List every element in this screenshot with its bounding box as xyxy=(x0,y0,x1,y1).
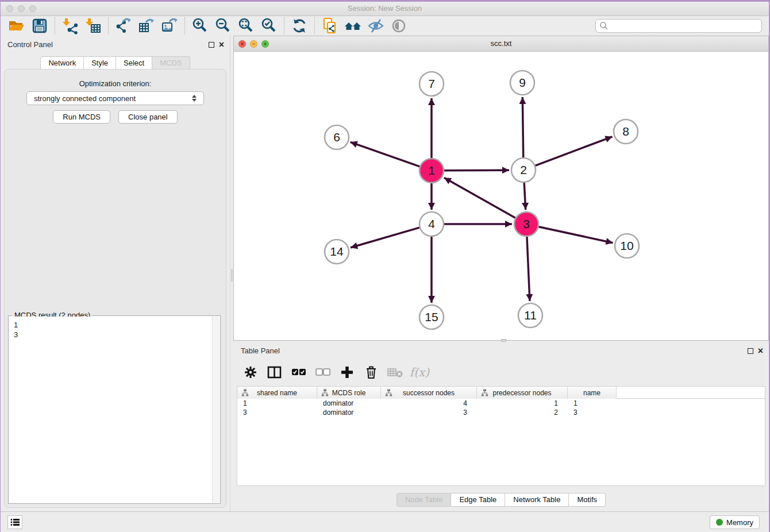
result-scrollbar[interactable] xyxy=(212,317,220,503)
zoom-in-button[interactable] xyxy=(188,17,211,35)
column-header-name[interactable]: name xyxy=(568,387,617,399)
delete-column-button[interactable] xyxy=(363,364,379,380)
checked-boxes-icon xyxy=(291,368,306,376)
memory-button[interactable]: Memory xyxy=(710,515,760,529)
close-panel-icon[interactable]: × xyxy=(219,42,224,48)
network-canvas[interactable]: 7968124314101511 xyxy=(234,52,768,340)
tab-style[interactable]: Style xyxy=(84,56,116,70)
control-panel-title: Control Panel xyxy=(7,40,53,49)
select-all-columns-button[interactable] xyxy=(291,364,307,380)
graph-node-label: 1 xyxy=(428,164,435,177)
table-cell[interactable]: 1 xyxy=(477,399,568,408)
table-panel-tabs: Node TableEdge TableNetwork TableMotifs xyxy=(233,493,769,507)
table-settings-button[interactable] xyxy=(242,364,259,380)
zoom-fit-icon xyxy=(237,17,255,34)
optimization-criterion-value: strongly connected component xyxy=(34,94,136,103)
graph-edge-1-6[interactable] xyxy=(351,142,421,167)
tab-network-table[interactable]: Network Table xyxy=(505,493,569,507)
export-table-button[interactable] xyxy=(135,17,158,35)
show-column-panel-button[interactable] xyxy=(267,364,283,380)
graph-edge-2-8[interactable] xyxy=(535,137,613,166)
eye-lens-icon xyxy=(390,17,407,34)
hide-graphics-button[interactable] xyxy=(364,17,387,35)
graph-node-label: 11 xyxy=(524,309,537,322)
create-column-button[interactable] xyxy=(339,364,355,380)
close-panel-button[interactable]: Close panel xyxy=(118,110,178,124)
graph-edge-3-11[interactable] xyxy=(527,236,530,301)
status-bar: Memory xyxy=(1,511,769,532)
table-row[interactable]: 3dominator323 xyxy=(237,408,765,417)
zoom-in-icon xyxy=(191,17,209,34)
tab-node-table[interactable]: Node Table xyxy=(396,493,452,507)
table-cell[interactable]: 3 xyxy=(381,408,477,417)
table-row[interactable]: 1dominator411 xyxy=(237,399,765,408)
table-header-row: shared nameMCDS rolesuccessor nodesprede… xyxy=(237,387,765,399)
graph-edge-2-3[interactable] xyxy=(524,182,526,210)
duplicate-network-button[interactable] xyxy=(318,17,341,35)
duplicate-network-icon xyxy=(321,17,338,34)
table-cell[interactable]: 3 xyxy=(568,408,617,417)
network-window-title: scc.txt xyxy=(234,39,768,48)
tab-mcds[interactable]: MCDS xyxy=(152,56,190,70)
column-header-label: name xyxy=(583,389,600,397)
column-tree-icon xyxy=(481,389,488,396)
toolbar-separator xyxy=(184,17,185,34)
graph-edge-1-2[interactable] xyxy=(444,170,509,171)
control-panel: Control Panel × NetworkStyleSelectMCDS O… xyxy=(1,34,230,511)
search-box[interactable] xyxy=(595,19,762,33)
zoom-selected-button[interactable] xyxy=(257,17,280,35)
float-table-panel-icon[interactable] xyxy=(748,348,753,354)
column-header-label: shared name xyxy=(257,389,297,397)
optimization-criterion-select[interactable]: strongly connected component xyxy=(26,91,204,105)
show-all-networks-button[interactable] xyxy=(341,17,364,35)
search-input[interactable] xyxy=(609,22,758,30)
task-history-button[interactable] xyxy=(7,515,22,529)
column-header-successor-nodes[interactable]: successor nodes xyxy=(381,387,477,399)
import-network-button[interactable] xyxy=(59,17,82,35)
column-header-MCDS-role[interactable]: MCDS role xyxy=(317,387,381,399)
column-header-predecessor-nodes[interactable]: predecessor nodes xyxy=(477,387,568,399)
zoom-out-button[interactable] xyxy=(211,17,234,35)
graph-node-label: 6 xyxy=(333,130,340,144)
graph-edge-3-10[interactable] xyxy=(538,226,613,242)
open-session-button[interactable] xyxy=(5,17,28,35)
tab-select[interactable]: Select xyxy=(116,56,152,70)
close-table-panel-icon[interactable]: × xyxy=(758,348,763,354)
unselect-all-columns-button[interactable] xyxy=(315,364,331,380)
graph-edge-4-14[interactable] xyxy=(351,228,420,248)
graph-node-label: 8 xyxy=(622,125,629,138)
export-network-button[interactable] xyxy=(112,17,135,35)
table-cell[interactable]: dominator xyxy=(317,408,381,417)
import-table-button[interactable] xyxy=(82,17,105,35)
export-image-button[interactable] xyxy=(158,17,181,35)
table-cell[interactable]: 1 xyxy=(568,399,617,408)
float-panel-icon[interactable] xyxy=(209,42,214,48)
show-graphics-button[interactable] xyxy=(387,17,410,35)
mcds-result-value: 1 xyxy=(14,320,215,330)
fx-icon: f(x) xyxy=(410,365,429,379)
table-cell[interactable]: 2 xyxy=(477,408,568,417)
run-mcds-button[interactable]: Run MCDS xyxy=(53,110,110,124)
main-toolbar xyxy=(1,16,769,36)
save-floppy-icon xyxy=(31,17,48,34)
function-builder-button-disabled: f(x) xyxy=(411,364,428,380)
zoom-fit-button[interactable] xyxy=(234,17,257,35)
mcds-result-list: 13 xyxy=(9,317,220,503)
table-cell[interactable]: 3 xyxy=(237,408,317,417)
toolbar-separator xyxy=(55,17,55,34)
title-bar: Session: New Session xyxy=(1,2,769,16)
tab-motifs[interactable]: Motifs xyxy=(569,493,606,507)
apply-layout-button[interactable] xyxy=(288,17,311,35)
column-header-shared-name[interactable]: shared name xyxy=(237,387,317,399)
toolbar-separator xyxy=(314,17,315,34)
export-table-icon xyxy=(138,17,155,34)
tab-edge-table[interactable]: Edge Table xyxy=(451,493,505,507)
graph-edge-2-9[interactable] xyxy=(522,97,523,158)
splitter-grip xyxy=(501,339,506,342)
tab-network[interactable]: Network xyxy=(40,56,84,70)
save-session-button[interactable] xyxy=(28,17,51,35)
table-cell[interactable]: dominator xyxy=(317,399,381,408)
table-cell[interactable]: 1 xyxy=(237,399,317,408)
table-cell[interactable]: 4 xyxy=(381,399,477,408)
graph-edge-3-1[interactable] xyxy=(444,178,516,218)
